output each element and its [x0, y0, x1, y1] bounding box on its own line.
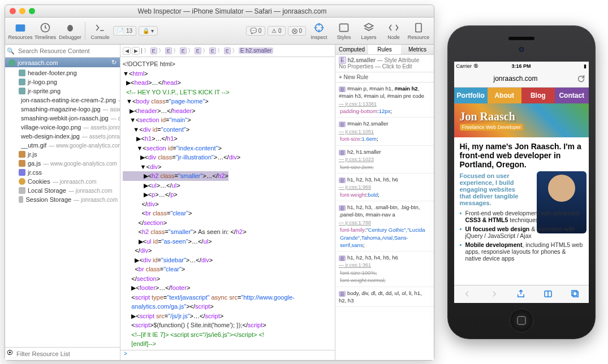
timelines-tab[interactable]: Timelines [33, 22, 57, 40]
metrics-tab[interactable]: Metrics [401, 45, 434, 54]
file-icon [19, 79, 25, 85]
sidebar-item[interactable]: Local Storage — jonraasch.com [5, 186, 120, 195]
console-tab[interactable]: Console [88, 22, 112, 40]
nav-about[interactable]: About [488, 88, 521, 103]
file-icon [19, 178, 25, 185]
sidebar-item[interactable]: ga.js — www.google-analytics.com [5, 159, 120, 168]
file-icon [19, 151, 25, 158]
crosshair-icon [313, 22, 325, 33]
layers-button[interactable]: Layers [357, 22, 381, 40]
doc-icon [413, 22, 424, 33]
main-area: 🔍 jonraasch.com ↻ header-footer.pngjr-lo… [5, 45, 434, 360]
share-icon[interactable] [516, 289, 526, 299]
dom-footer: > [120, 350, 335, 360]
css-rule[interactable]: {}body, div, dl, dt, dd, ul, ol, li, h1,… [335, 287, 434, 307]
sidebar-item[interactable]: Cookies — jonraasch.com [5, 177, 120, 186]
url-field[interactable]: jonraasch.com [458, 75, 574, 83]
sidebar-item[interactable]: web-design-index.jpg — assets.jonraasch… [5, 132, 120, 141]
crumb-tag[interactable]: E [224, 47, 231, 54]
tabs-icon[interactable] [570, 289, 580, 299]
file-icon [19, 160, 25, 167]
css-rule[interactable]: {}#main h2.smaller— jr.css:1:1051font-si… [335, 118, 434, 145]
sidebar-item[interactable]: header-footer.png [5, 68, 120, 77]
sidebar-item[interactable]: jr-logo.png [5, 77, 120, 86]
lead-text: Focused on user experience, I build enga… [460, 172, 528, 206]
styles-tabs: Computed Rules Metrics [335, 45, 434, 55]
bookmarks-icon[interactable] [543, 289, 553, 299]
sidebar-item[interactable]: jr-sprite.png [5, 86, 120, 96]
css-rule[interactable]: {}h1, h2, h3, h4, h5, h6— jr.css:1:361fo… [335, 252, 434, 287]
reload-icon[interactable] [577, 75, 585, 83]
style-attribute-header: E h2.smaller — Style Attribute No Proper… [335, 55, 434, 72]
iphone-screen: Carrier ⦿ 3:16 PM ▮ jonraasch.com Portfo… [454, 62, 589, 303]
rule-badge: {} [339, 255, 346, 261]
back-icon[interactable] [462, 289, 472, 299]
sidebar-item[interactable]: jon-raasch-eating-ice-cream-2.png — as… [5, 96, 120, 105]
search-input[interactable] [17, 46, 118, 55]
folder-icon [15, 22, 26, 33]
crumb-tag[interactable]: E [165, 47, 172, 54]
resource-button[interactable]: Resource [407, 22, 430, 40]
crumb-tag[interactable]: E [209, 47, 216, 54]
minimize-button[interactable] [19, 8, 25, 14]
forward-button[interactable]: ▶ [132, 47, 140, 55]
css-rule[interactable]: {}#main p, #main h1, #main h2, #main h3,… [335, 83, 434, 118]
sidebar-item[interactable]: village-voice-logo.png — assets.jonraasc… [5, 123, 120, 132]
close-button[interactable] [10, 8, 16, 14]
file-icon [19, 70, 25, 76]
resources-tab[interactable]: Resources [8, 22, 32, 40]
palette-icon [338, 22, 350, 33]
warn-badge[interactable]: ⚠ 0 [268, 26, 285, 36]
sidebar-item[interactable]: smashing-webkit-jon-raasch.jpg — asset… [5, 114, 120, 123]
filter-input[interactable] [15, 349, 118, 358]
svg-rect-7 [573, 292, 578, 297]
css-rule[interactable]: {}h1, h2, h3, h4, h5, h6— jr.css:1:969fo… [335, 174, 434, 201]
nav-portfolio[interactable]: Portfolio [454, 88, 488, 103]
msg-badge[interactable]: 💬 0 [246, 26, 265, 36]
back-button[interactable]: ◀ [123, 47, 131, 55]
zoom-button[interactable] [29, 8, 35, 14]
crumb-tag[interactable]: E [150, 47, 157, 54]
nav-blog[interactable]: Blog [521, 88, 555, 103]
css-rule[interactable]: {}h1, h2, h3, .small-btn, .big-btn, .pan… [335, 201, 434, 252]
illustration [537, 171, 587, 233]
debugger-tab[interactable]: Debugger [58, 22, 82, 40]
sidebar-item[interactable]: smashing-magazine-logo.jpg — assets.jo… [5, 105, 120, 114]
sidebar-item[interactable]: __utm.gif — www.google-analytics.com [5, 141, 120, 150]
battery-icon: ▮ [543, 63, 587, 69]
home-button[interactable] [510, 309, 533, 332]
inspect-button[interactable]: Inspect [307, 22, 331, 40]
sidebar-item[interactable]: jr.js [5, 150, 120, 159]
toolbar: Resources Timelines Debugger Console 📄 1… [5, 18, 434, 45]
crumb-tag[interactable]: E [195, 47, 201, 54]
rule-badge: {} [339, 122, 346, 127]
computed-tab[interactable]: Computed [335, 45, 368, 54]
forward-icon[interactable] [489, 289, 499, 299]
err-badge[interactable]: ⨂ 0 [288, 26, 306, 36]
search-icon: 🔍 [7, 47, 15, 55]
feature-list: Front-end web development with advanced … [460, 210, 583, 262]
sidebar-item[interactable]: jr.css [5, 168, 120, 177]
hero-heading: Hi, my name's Jon Raasch. I'm a front-en… [460, 142, 583, 169]
node-button[interactable]: Node [382, 22, 406, 40]
reload-icon[interactable]: ↻ [111, 59, 117, 66]
rules-tab[interactable]: Rules [368, 45, 401, 54]
crumb-tag[interactable]: E [180, 47, 187, 54]
new-rule-button[interactable]: + New Rule [335, 72, 434, 83]
file-icon [19, 187, 25, 194]
sidebar-search: 🔍 [5, 45, 120, 58]
svg-rect-0 [16, 24, 25, 31]
doc-count-badge[interactable]: 📄 13 [113, 26, 136, 36]
svg-point-2 [67, 25, 73, 32]
nav-contact[interactable]: Contact [555, 88, 589, 103]
lock-badge[interactable]: 🔒 ▾ [139, 26, 158, 36]
rule-badge: {} [339, 291, 346, 297]
css-rule[interactable]: {}h2, h1.smaller— jr.css:1:1023font-size… [335, 146, 434, 174]
filter-icon: ⦿ [7, 349, 13, 358]
crumb-end[interactable]: E h2.smaller [239, 47, 274, 54]
sidebar-root[interactable]: jonraasch.com ↻ [5, 58, 120, 67]
styles-button[interactable]: Styles [332, 22, 356, 40]
dom-tree[interactable]: <!DOCTYPE html> ▼<html> ▶<head>…</head> … [120, 57, 335, 350]
dom-panel: ◀ ▶ | 〉E〉E〉E〉E〉E〉E〉E h2.smaller <!DOCTYP… [120, 45, 335, 360]
sidebar-item[interactable]: Session Storage — jonraasch.com [5, 195, 120, 204]
